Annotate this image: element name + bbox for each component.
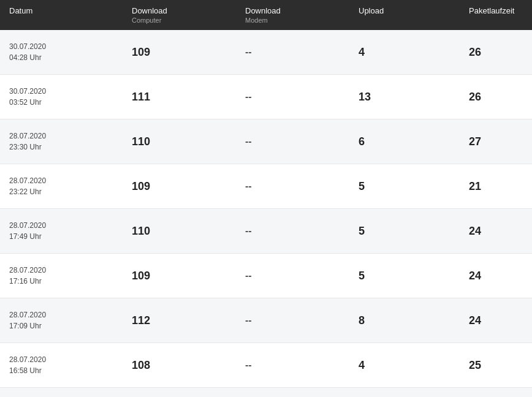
cell-download-computer: 109 bbox=[123, 30, 236, 74]
cell-download-modem: -- bbox=[236, 75, 349, 119]
header-paketlaufzeit: Paketlaufzeit bbox=[460, 0, 532, 30]
cell-download-modem: -- bbox=[236, 298, 349, 342]
cell-download-modem: -- bbox=[236, 388, 349, 397]
cell-download-computer: 108 bbox=[123, 388, 236, 397]
cell-download-modem: -- bbox=[236, 119, 349, 164]
cell-paketlaufzeit: 25 bbox=[460, 343, 532, 387]
cell-date: 28.07.202016:58 Uhr bbox=[0, 343, 123, 387]
table-header: Datum Download Computer Download Modem U… bbox=[0, 0, 532, 30]
cell-download-computer: 110 bbox=[123, 209, 236, 253]
cell-date: 28.07.202023:30 Uhr bbox=[0, 119, 123, 164]
cell-download-modem: -- bbox=[236, 30, 349, 74]
cell-download-modem: -- bbox=[236, 209, 349, 253]
cell-download-computer: 109 bbox=[123, 164, 236, 208]
cell-paketlaufzeit: 21 bbox=[460, 164, 532, 208]
cell-paketlaufzeit: 26 bbox=[460, 30, 532, 74]
cell-paketlaufzeit: 24 bbox=[460, 209, 532, 253]
cell-upload: 8 bbox=[349, 298, 460, 342]
table-row: 28.07.202017:16 Uhr 109 -- 5 24 bbox=[0, 254, 532, 298]
cell-date: 30.07.202003:52 Uhr bbox=[0, 75, 123, 119]
cell-download-computer: 111 bbox=[123, 75, 236, 119]
header-upload: Upload bbox=[349, 0, 460, 30]
cell-date: 30.07.202004:28 Uhr bbox=[0, 30, 123, 74]
cell-date: 28.07.202023:22 Uhr bbox=[0, 164, 123, 208]
data-table: Datum Download Computer Download Modem U… bbox=[0, 0, 532, 397]
cell-upload: 4 bbox=[349, 30, 460, 74]
table-row: 28.07.202016:58 Uhr 108 -- 4 25 bbox=[0, 343, 532, 388]
cell-upload: 4 bbox=[349, 388, 460, 397]
cell-download-modem: -- bbox=[236, 254, 349, 298]
cell-paketlaufzeit: 24 bbox=[460, 298, 532, 342]
cell-upload: 5 bbox=[349, 254, 460, 298]
cell-paketlaufzeit: 24 bbox=[460, 254, 532, 298]
table-row: 28.07.202015:39 Uhr 108 -- 4 28 bbox=[0, 388, 532, 397]
cell-download-computer: 108 bbox=[123, 343, 236, 387]
header-download-computer: Download Computer bbox=[123, 0, 236, 30]
cell-date: 28.07.202017:16 Uhr bbox=[0, 254, 123, 298]
header-download-modem: Download Modem bbox=[236, 0, 349, 30]
table-body: 30.07.202004:28 Uhr 109 -- 4 26 30.07.20… bbox=[0, 30, 532, 397]
cell-upload: 6 bbox=[349, 119, 460, 164]
table-row: 28.07.202017:09 Uhr 112 -- 8 24 bbox=[0, 298, 532, 343]
cell-date: 28.07.202017:49 Uhr bbox=[0, 209, 123, 253]
table-row: 30.07.202004:28 Uhr 109 -- 4 26 bbox=[0, 30, 532, 75]
cell-date: 28.07.202017:09 Uhr bbox=[0, 298, 123, 342]
cell-upload: 5 bbox=[349, 209, 460, 253]
header-datum: Datum bbox=[0, 0, 123, 30]
table-row: 28.07.202023:22 Uhr 109 -- 5 21 bbox=[0, 164, 532, 209]
cell-download-computer: 109 bbox=[123, 254, 236, 298]
cell-download-computer: 110 bbox=[123, 119, 236, 164]
cell-upload: 4 bbox=[349, 343, 460, 387]
cell-download-computer: 112 bbox=[123, 298, 236, 342]
cell-download-modem: -- bbox=[236, 343, 349, 387]
table-row: 28.07.202017:49 Uhr 110 -- 5 24 bbox=[0, 209, 532, 254]
cell-paketlaufzeit: 28 bbox=[460, 388, 532, 397]
cell-paketlaufzeit: 27 bbox=[460, 119, 532, 164]
cell-upload: 5 bbox=[349, 164, 460, 208]
table-row: 28.07.202023:30 Uhr 110 -- 6 27 bbox=[0, 119, 532, 164]
table-row: 30.07.202003:52 Uhr 111 -- 13 26 bbox=[0, 75, 532, 119]
cell-upload: 13 bbox=[349, 75, 460, 119]
cell-paketlaufzeit: 26 bbox=[460, 75, 532, 119]
cell-date: 28.07.202015:39 Uhr bbox=[0, 388, 123, 397]
cell-download-modem: -- bbox=[236, 164, 349, 208]
